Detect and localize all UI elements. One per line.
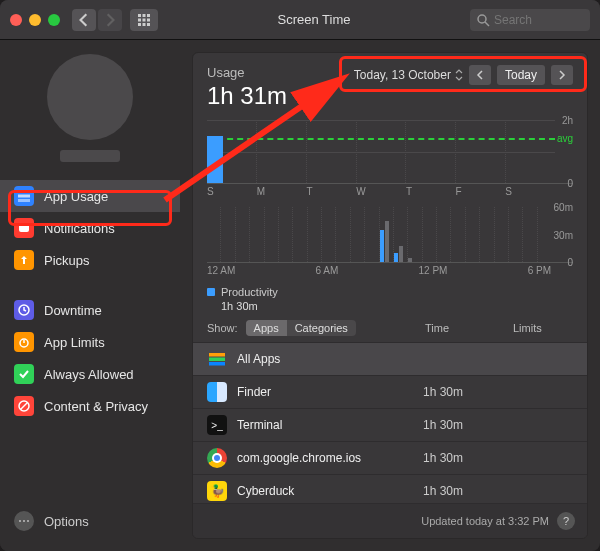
app-time: 1h 30m bbox=[423, 451, 503, 465]
svg-rect-11 bbox=[18, 190, 30, 193]
sidebar-item-app-usage[interactable]: App Usage bbox=[0, 180, 180, 212]
app-name: com.google.chrome.ios bbox=[237, 451, 413, 465]
app-row[interactable]: Finder1h 30m bbox=[193, 375, 587, 408]
sidebar-item-label: Always Allowed bbox=[44, 367, 134, 382]
back-button[interactable] bbox=[72, 9, 96, 31]
sidebar-item-downtime[interactable]: Downtime bbox=[0, 294, 180, 326]
content-privacy-icon bbox=[14, 396, 34, 416]
segment-categories[interactable]: Categories bbox=[287, 320, 356, 336]
app-row[interactable]: com.google.chrome.ios1h 30m bbox=[193, 441, 587, 474]
app-name: Terminal bbox=[237, 418, 413, 432]
svg-rect-2 bbox=[147, 14, 150, 17]
app-time: 1h 30m bbox=[423, 385, 503, 399]
app-icon: 🦆 bbox=[207, 481, 227, 501]
sidebar-item-notifications[interactable]: Notifications bbox=[0, 212, 180, 244]
app-name: Cyberduck bbox=[237, 484, 413, 498]
app-limits-icon bbox=[14, 332, 34, 352]
search-input[interactable] bbox=[494, 13, 574, 27]
legend-swatch bbox=[207, 288, 215, 296]
options-label: Options bbox=[44, 514, 89, 529]
sidebar-item-always-allowed[interactable]: Always Allowed bbox=[0, 358, 180, 390]
app-icon bbox=[207, 448, 227, 468]
search-field[interactable] bbox=[470, 9, 590, 31]
hourly-chart: 60m 30m 0 bbox=[207, 207, 573, 263]
user-name-placeholder bbox=[60, 150, 120, 162]
show-label: Show: bbox=[207, 322, 238, 334]
options-icon: ⋯ bbox=[14, 511, 34, 531]
sidebar-item-app-limits[interactable]: App Limits bbox=[0, 326, 180, 358]
minimize-window-button[interactable] bbox=[29, 14, 41, 26]
notifications-icon bbox=[14, 218, 34, 238]
app-name: All Apps bbox=[237, 352, 413, 366]
nav-buttons bbox=[72, 9, 122, 31]
sidebar-item-label: Pickups bbox=[44, 253, 90, 268]
usage-summary: Usage 1h 31m bbox=[207, 65, 287, 110]
help-button[interactable]: ? bbox=[557, 512, 575, 530]
app-icon: >_ bbox=[207, 415, 227, 435]
app-name: Finder bbox=[237, 385, 413, 399]
legend-duration: 1h 30m bbox=[193, 300, 587, 312]
col-time-header: Time bbox=[425, 322, 505, 334]
sidebar-item-content-privacy[interactable]: Content & Privacy bbox=[0, 390, 180, 422]
search-icon bbox=[476, 13, 490, 27]
sidebar-options[interactable]: ⋯ Options bbox=[0, 501, 180, 541]
sidebar-item-pickups[interactable]: Pickups bbox=[0, 244, 180, 276]
svg-rect-21 bbox=[209, 362, 225, 366]
ytick: 30m bbox=[554, 229, 573, 240]
segment-apps[interactable]: Apps bbox=[246, 320, 287, 336]
downtime-icon bbox=[14, 300, 34, 320]
sidebar-item-label: Downtime bbox=[44, 303, 102, 318]
svg-rect-4 bbox=[143, 18, 146, 21]
window-controls bbox=[10, 14, 60, 26]
app-row[interactable]: 🦆Cyberduck1h 30m bbox=[193, 474, 587, 503]
svg-rect-8 bbox=[147, 23, 150, 26]
app-usage-icon bbox=[14, 186, 34, 206]
forward-button[interactable] bbox=[98, 9, 122, 31]
svg-rect-0 bbox=[138, 14, 141, 17]
svg-rect-6 bbox=[138, 23, 141, 26]
view-segment: Apps Categories bbox=[246, 320, 356, 336]
svg-rect-14 bbox=[19, 224, 29, 232]
legend-label: Productivity bbox=[221, 286, 278, 298]
titlebar: Screen Time bbox=[0, 0, 600, 40]
sidebar: App Usage Notifications Pickups bbox=[0, 40, 180, 551]
sidebar-item-label: Notifications bbox=[44, 221, 115, 236]
prev-day-button[interactable] bbox=[469, 65, 491, 85]
svg-point-9 bbox=[478, 15, 486, 23]
ytick: 0 bbox=[567, 257, 573, 268]
sidebar-item-label: App Limits bbox=[44, 335, 105, 350]
weekly-chart-area: 2h avg 0 SMTWTFS 60m 30m 0 12 AM6 AM12 P… bbox=[193, 110, 587, 280]
col-limits-header: Limits bbox=[513, 322, 573, 334]
today-button[interactable]: Today bbox=[497, 65, 545, 85]
close-window-button[interactable] bbox=[10, 14, 22, 26]
avatar bbox=[47, 54, 133, 140]
date-select[interactable]: Today, 13 October bbox=[354, 68, 463, 82]
date-controls: Today, 13 October Today bbox=[354, 65, 573, 85]
updown-icon bbox=[455, 69, 463, 81]
pickups-icon bbox=[14, 250, 34, 270]
svg-rect-5 bbox=[147, 18, 150, 21]
app-time: 1h 30m bbox=[423, 418, 503, 432]
svg-rect-12 bbox=[18, 195, 30, 198]
fullscreen-window-button[interactable] bbox=[48, 14, 60, 26]
svg-rect-13 bbox=[18, 199, 30, 202]
main-content: Usage 1h 31m Today, 13 October Today bbox=[180, 40, 600, 551]
app-time: 1h 30m bbox=[423, 484, 503, 498]
app-row[interactable]: >_Terminal1h 30m bbox=[193, 408, 587, 441]
next-day-button[interactable] bbox=[551, 65, 573, 85]
svg-line-18 bbox=[21, 403, 28, 410]
usage-label: Usage bbox=[207, 65, 287, 80]
avg-label: avg bbox=[557, 133, 573, 144]
updated-label: Updated today at 3:32 PM bbox=[421, 515, 549, 527]
svg-rect-3 bbox=[138, 18, 141, 21]
sidebar-item-label: Content & Privacy bbox=[44, 399, 148, 414]
show-all-button[interactable] bbox=[130, 9, 158, 31]
app-row[interactable]: All Apps bbox=[193, 342, 587, 375]
svg-rect-7 bbox=[143, 23, 146, 26]
usage-value: 1h 31m bbox=[207, 82, 287, 110]
weekly-chart: 2h avg 0 bbox=[207, 120, 573, 184]
app-list[interactable]: All AppsFinder1h 30m>_Terminal1h 30mcom.… bbox=[193, 342, 587, 503]
svg-rect-19 bbox=[209, 353, 225, 357]
usage-panel: Usage 1h 31m Today, 13 October Today bbox=[192, 52, 588, 539]
ytick: 60m bbox=[554, 202, 573, 213]
